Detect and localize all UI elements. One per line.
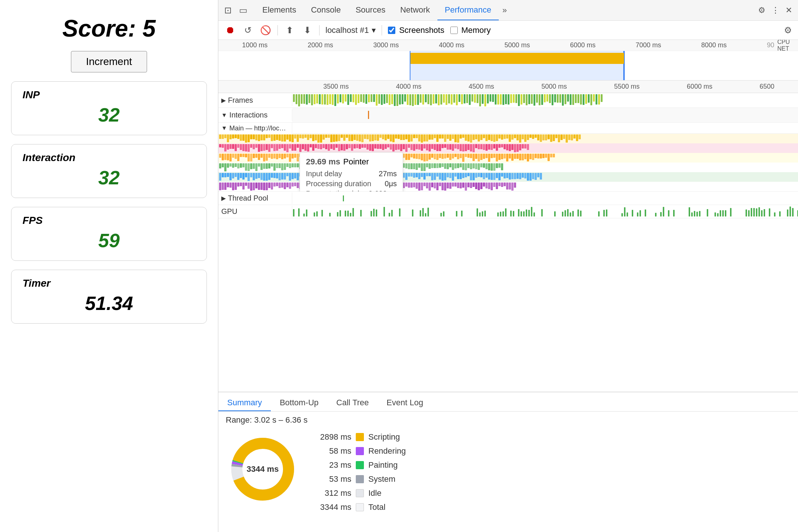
memory-checkbox[interactable] [450, 27, 458, 34]
tab-console[interactable]: Console [304, 0, 348, 20]
fps-label: FPS [23, 215, 195, 226]
devtools-toolbar: ⏺ ↺ 🚫 ⬆ ⬇ localhost #1 ▾ Screenshots Mem… [218, 21, 798, 40]
url-dropdown-icon[interactable]: ▾ [372, 25, 376, 35]
timeline-yellow-bar [410, 53, 624, 64]
interaction-card: Interaction 32 [11, 144, 207, 198]
tooltip-presentation-val: 2.688ms [368, 190, 397, 191]
tooltip-processing: Processing duration 0μs [306, 180, 397, 188]
frames-bars [292, 93, 798, 108]
screenshots-label: Screenshots [399, 25, 444, 35]
timer-card: Timer 51.34 [11, 270, 207, 324]
legend-total: 3344 ms Total [314, 502, 406, 512]
tooltip: 29.69 ms Pointer Input delay 27ms Proces… [300, 152, 403, 191]
scripting-color-icon [356, 433, 364, 441]
clear-button[interactable]: 🚫 [260, 25, 272, 35]
record-button[interactable]: ⏺ [224, 24, 236, 36]
memory-label: Memory [461, 25, 491, 35]
more-options-icon[interactable]: ⋮ [771, 6, 780, 15]
system-label: System [368, 474, 395, 484]
donut-svg [226, 432, 300, 506]
fps-value: 59 [23, 229, 195, 252]
gpu-track: GPU [218, 205, 798, 218]
summary-panel: Summary Bottom-Up Call Tree Event Log Ra… [218, 392, 798, 532]
timeline-ruler: 1000 ms 2000 ms 3000 ms 4000 ms 5000 ms … [218, 40, 798, 51]
increment-button[interactable]: Increment [71, 51, 147, 72]
svg-point-1 [237, 443, 289, 495]
main-chevron[interactable]: ▼ [221, 125, 227, 132]
tab-summary[interactable]: Summary [218, 395, 271, 411]
summary-range: Range: 3.02 s – 6.36 s [218, 412, 798, 425]
timeline-right-marker [624, 51, 625, 81]
tooltip-ms: 29.69 ms [306, 157, 340, 167]
upload-button[interactable]: ⬆ [284, 25, 296, 35]
download-button[interactable]: ⬇ [301, 25, 313, 35]
main-track-header: ▼ Main — http://localhost:5173/under... [218, 123, 798, 134]
url-label: localhost #1 [325, 25, 369, 35]
tooltip-presentation-label: Presentation delay [306, 190, 367, 191]
frames-chevron[interactable]: ▶ [221, 97, 226, 104]
total-label: Total [368, 502, 385, 512]
painting-label: Painting [368, 460, 398, 470]
device-icon[interactable]: ▭ [239, 5, 248, 16]
tracks-container: ▶ Frames ▼ Interactions ▼ Main — [218, 93, 798, 392]
screenshots-toggle[interactable]: Screenshots [388, 25, 444, 35]
inp-card: INP 32 [11, 81, 207, 135]
score-value: 5 [143, 15, 156, 42]
summary-tabs: Summary Bottom-Up Call Tree Event Log [218, 392, 798, 412]
thread-pool-chevron[interactable]: ▶ [221, 195, 226, 202]
capture-settings-icon[interactable]: ⚙ [784, 25, 792, 35]
more-tabs-icon[interactable]: » [499, 6, 511, 15]
left-panel: Score: 5 Increment INP 32 Interaction 32… [0, 0, 218, 532]
close-icon[interactable]: ✕ [785, 6, 792, 15]
frames-track: ▶ Frames [218, 93, 798, 108]
devtools-header-right: ⚙ ⋮ ✕ [758, 6, 792, 15]
track-ruler-marks: 3500 ms 4000 ms 4500 ms 5000 ms 5500 ms … [292, 83, 798, 91]
rendering-ms: 58 ms [314, 446, 351, 456]
tab-sources[interactable]: Sources [348, 0, 393, 20]
tooltip-input-delay: Input delay 27ms [306, 170, 397, 178]
devtools-icons-group: ⊡ ▭ [224, 5, 248, 16]
painting-ms: 23 ms [314, 460, 351, 470]
cpu-net-labels: CPU NET [776, 40, 798, 51]
interactions-chevron[interactable]: ▼ [221, 112, 227, 119]
thread-pool-content [292, 192, 798, 205]
frames-content [292, 93, 798, 108]
main-track: ▼ Main — http://localhost:5173/under... [218, 123, 798, 192]
tab-elements[interactable]: Elements [255, 0, 304, 20]
thread-pool-label: ▶ Thread Pool [218, 192, 292, 204]
inp-label: INP [23, 89, 195, 101]
main-flame-chart: 29.69 ms Pointer Input delay 27ms Proces… [218, 134, 798, 191]
interactions-content [292, 108, 798, 122]
tooltip-presentation: Presentation delay 2.688ms [306, 190, 397, 191]
painting-color-icon [356, 461, 364, 469]
timeline-main-area[interactable] [218, 51, 798, 81]
timeline-ruler-marks: 1000 ms 2000 ms 3000 ms 4000 ms 5000 ms … [218, 41, 798, 49]
tab-event-log[interactable]: Event Log [378, 395, 432, 411]
screenshots-checkbox[interactable] [388, 27, 395, 34]
flame-row-2 [218, 143, 798, 153]
tab-call-tree[interactable]: Call Tree [327, 395, 378, 411]
tooltip-input-delay-val: 27ms [379, 170, 397, 178]
flame-row-1 [218, 134, 798, 143]
reload-button[interactable]: ↺ [242, 25, 254, 35]
legend-painting: 23 ms Painting [314, 460, 406, 470]
memory-toggle[interactable]: Memory [450, 25, 491, 35]
tab-network[interactable]: Network [393, 0, 437, 20]
score-label: Score: [62, 15, 136, 42]
rendering-color-icon [356, 447, 364, 455]
fps-card: FPS 59 [11, 207, 207, 261]
inp-value: 32 [23, 104, 195, 126]
inspect-icon[interactable]: ⊡ [224, 5, 232, 16]
tab-bottom-up[interactable]: Bottom-Up [271, 395, 327, 411]
thread-pool-track: ▶ Thread Pool [218, 192, 798, 205]
tab-performance[interactable]: Performance [437, 0, 499, 20]
summary-legend: 2898 ms Scripting 58 ms Rendering 23 ms … [314, 432, 406, 512]
tooltip-input-delay-label: Input delay [306, 170, 342, 178]
legend-idle: 312 ms Idle [314, 488, 406, 498]
timeline-overview[interactable]: 1000 ms 2000 ms 3000 ms 4000 ms 5000 ms … [218, 40, 798, 81]
url-selector[interactable]: localhost #1 ▾ [325, 25, 376, 35]
summary-content: 3344 ms 2898 ms Scripting 58 ms Renderin… [218, 425, 798, 532]
settings-icon[interactable]: ⚙ [758, 6, 765, 15]
timer-label: Timer [23, 277, 195, 289]
idle-label: Idle [368, 488, 381, 498]
